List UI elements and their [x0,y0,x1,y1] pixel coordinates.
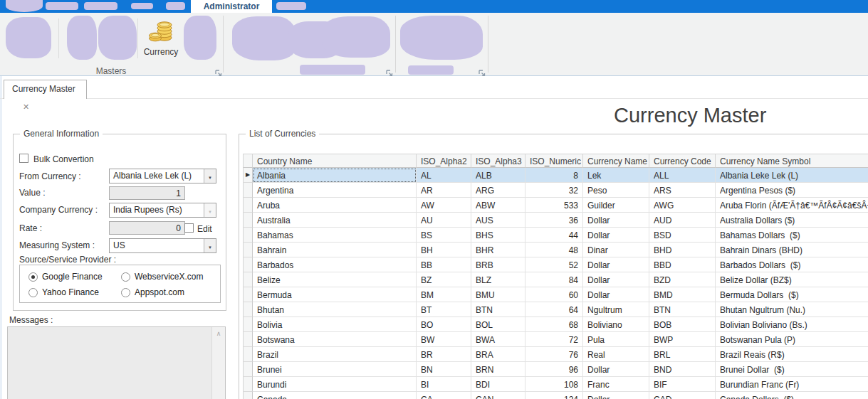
row-header[interactable] [243,392,253,399]
row-header[interactable] [243,377,253,392]
grid-cell[interactable]: Argentina Pesos ($) [716,183,868,198]
grid-cell[interactable]: CAN [471,392,525,399]
grid-cell[interactable]: Pula [583,332,649,347]
grid-cell[interactable]: Burundian Franc (Fr) [716,377,868,392]
table-row[interactable]: BelizeBZBLZ84DollarBZDBelize Dollar (BZ$… [243,272,868,287]
radio-yahoo-finance[interactable]: Yahoo Finance [28,287,99,297]
grid-cell[interactable]: Dollar [583,228,649,243]
column-header-country-name[interactable]: Country Name [253,154,417,168]
edit-checkbox[interactable] [184,223,194,233]
grid-cell[interactable]: BW [417,332,471,347]
row-header[interactable] [243,257,253,272]
radio-appspot[interactable]: Appspot.com [121,287,184,297]
value-input[interactable]: 1 [109,186,185,200]
messages-scrollbar[interactable]: ∧ [211,327,225,399]
grid-cell[interactable]: ALB [471,168,525,183]
grid-cell[interactable]: BOL [471,317,525,332]
grid-cell[interactable]: Albania Leke Lek (L) [716,168,868,183]
table-row[interactable]: ArgentinaARARG32PesoARSArgentina Pesos (… [243,183,868,198]
table-row[interactable]: BarbadosBBBRB52DollarBBDBarbados Dollars… [243,257,868,272]
row-header[interactable] [243,198,253,213]
grid-cell[interactable]: Dinar [583,243,649,257]
grid-cell[interactable]: BZ [417,272,471,287]
grid-cell[interactable]: BI [417,377,471,392]
grid-cell[interactable]: 108 [525,377,583,392]
grid-cell[interactable]: Australia Dollars ($) [716,213,868,228]
grid-cell[interactable]: Canada Dollars ($) [716,392,868,399]
grid-cell[interactable]: Bahrain [253,243,417,257]
grid-cell[interactable]: BND [649,362,716,377]
grid-cell[interactable]: BTN [471,302,525,317]
redacted-ribbon-item[interactable] [232,16,296,60]
row-header[interactable] [243,347,253,362]
radio-google-finance[interactable]: Google Finance [28,272,103,282]
redacted-menu-item[interactable] [131,3,153,9]
grid-cell[interactable]: ABW [471,198,525,213]
row-header[interactable] [243,243,253,257]
row-header[interactable] [243,332,253,347]
grid-cell[interactable]: BS [417,228,471,243]
grid-cell[interactable]: Canada [253,392,417,399]
grid-cell[interactable]: Botswanan Pula (P) [716,332,868,347]
grid-cell[interactable]: AL [417,168,471,183]
column-header-currency-name-symbol[interactable]: Currency Name Symbol [716,154,868,168]
row-header[interactable] [243,362,253,377]
from-currency-combo[interactable]: Albania Leke Lek (L) ▼ [109,169,216,183]
grid-cell[interactable]: BMU [471,287,525,302]
grid-cell[interactable]: 68 [525,317,583,332]
app-menu-button[interactable] [6,0,43,12]
grid-cell[interactable]: Peso [583,183,649,198]
grid-cell[interactable]: 76 [525,347,583,362]
grid-cell[interactable]: BSD [649,228,716,243]
grid-cell[interactable]: ALL [649,168,716,183]
grid-cell[interactable]: BZD [649,272,716,287]
table-row[interactable]: BahamasBSBHS44DollarBSDBahamas Dollars (… [243,228,868,243]
grid-cell[interactable]: BWP [649,332,716,347]
grid-cell[interactable]: BBD [649,257,716,272]
grid-cell[interactable]: 124 [525,392,583,399]
column-header-iso-alpha2[interactable]: ISO_Alpha2 [417,154,471,168]
column-header-currency-code[interactable]: Currency Code [649,154,716,168]
row-header[interactable] [243,228,253,243]
dialog-launcher-icon[interactable] [214,68,223,76]
grid-cell[interactable]: BHR [471,243,525,257]
row-header[interactable] [243,302,253,317]
grid-cell[interactable]: 36 [525,213,583,228]
grid-cell[interactable]: Bermuda Dollars ($) [716,287,868,302]
row-header[interactable] [243,272,253,287]
scroll-up-icon[interactable]: ∧ [212,327,225,337]
dialog-launcher-icon[interactable] [478,68,486,76]
table-row[interactable]: BhutanBTBTN64NgultrumBTNBhutan Ngultrum … [243,302,868,317]
table-row[interactable]: BruneiBNBRN96DollarBNDBrunei Dollar ($) [243,362,868,377]
grid-cell[interactable]: BHS [471,228,525,243]
grid-cell[interactable]: BDI [471,377,525,392]
table-row[interactable]: AustraliaAUAUS36DollarAUDAustralia Dolla… [243,213,868,228]
measuring-system-combo[interactable]: US ▼ [109,238,216,253]
column-header-iso-numeric[interactable]: ISO_Numeric [525,154,583,168]
redacted-menu-item[interactable] [276,2,306,10]
grid-cell[interactable]: Bahamas Dollars ($) [716,228,868,243]
grid-cell[interactable]: Bhutan [253,302,417,317]
grid-cell[interactable]: BR [417,347,471,362]
grid-cell[interactable]: Dollar [583,392,649,399]
grid-cell[interactable]: BRB [471,257,525,272]
redacted-menu-item[interactable] [84,2,117,10]
grid-cell[interactable]: 96 [525,362,583,377]
redacted-ribbon-item[interactable] [184,16,216,60]
table-row[interactable]: BermudaBMBMU60DollarBMDBermuda Dollars (… [243,287,868,302]
redacted-ribbon-item[interactable] [322,16,390,58]
table-row[interactable]: ArubaAWABW533GuilderAWGAruba Florin (ÃfÆ… [243,198,868,213]
row-header[interactable] [243,183,253,198]
grid-cell[interactable]: Franc [583,377,649,392]
dropdown-button[interactable]: ▼ [204,169,216,183]
grid-cell[interactable]: Albania [253,168,417,183]
grid-cell[interactable]: AW [417,198,471,213]
grid-cell[interactable]: Real [583,347,649,362]
grid-cell[interactable]: Boliviano [583,317,649,332]
close-icon[interactable]: ✕ [23,102,29,111]
row-header[interactable] [243,213,253,228]
grid-cell[interactable]: Brunei Dollar ($) [716,362,868,377]
redacted-menu-item[interactable] [46,2,78,10]
row-header[interactable] [243,317,253,332]
grid-cell[interactable]: 84 [525,272,583,287]
